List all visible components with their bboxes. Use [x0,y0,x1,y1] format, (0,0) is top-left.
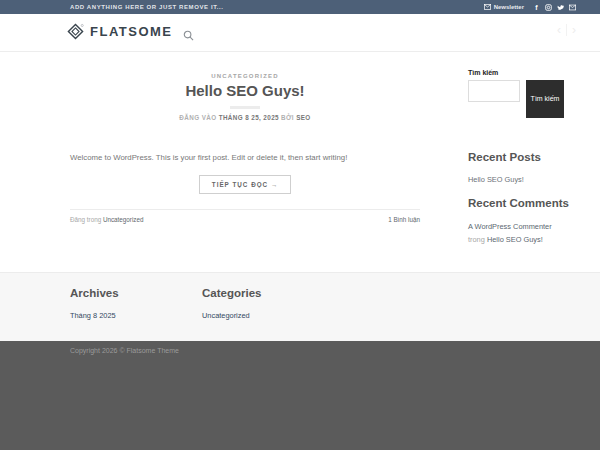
post-meta: ĐĂNG VÀO THÁNG 8 25, 2025 BỞI SEO [70,114,420,121]
footer-widgets: Archives Tháng 8 2025 Categories Uncateg… [0,272,600,341]
by-label: BỞI [281,114,294,121]
post-excerpt: Welcome to WordPress. This is your first… [70,152,420,164]
post-date: THÁNG 8 25, 2025 [219,114,279,121]
recent-posts-title: Recent Posts [468,151,578,163]
posted-in-label: Đăng trong [70,216,101,223]
sidebar: Tìm kiếm Tìm kiếm Recent Posts Hello SEO… [468,52,578,247]
newsletter-link[interactable]: Newsletter [484,4,524,10]
facebook-icon[interactable]: f [533,4,540,11]
post-title[interactable]: Hello SEO Guys! [70,82,420,99]
recent-comment-item: A WordPress Commenter trong Hello SEO Gu… [468,220,578,247]
pagination-divider [566,24,567,36]
copyright-text: Copyright 2026 © Flatsome Theme [70,347,179,354]
archive-link[interactable]: Tháng 8 2025 [70,311,119,320]
search-input[interactable] [468,80,520,102]
main-content: UNCATEGORIZED Hello SEO Guys! ĐĂNG VÀO T… [0,52,600,272]
page: ADD ANYTHING HERE OR JUST REMOVE IT... N… [0,0,600,450]
search-widget: Tìm kiếm [468,80,578,118]
email-icon[interactable] [569,4,576,11]
search-submit-button[interactable]: Tìm kiếm [526,80,564,118]
category-link[interactable]: Uncategorized [202,311,261,320]
readmore-wrap: TIẾP TỤC ĐỌC → [70,173,420,194]
comments-link[interactable]: 1 Bình luận [388,216,420,223]
header-pagination: ‹ › [557,24,576,36]
recent-comments-widget: Recent Comments A WordPress Commenter tr… [468,197,578,247]
title-divider [230,106,260,109]
footer-dark: Copyright 2026 © Flatsome Theme [0,341,600,450]
recent-posts-widget: Recent Posts Hello SEO Guys! [468,151,578,184]
site-logo[interactable]: FLATSOME [67,23,173,40]
categories-widget: Categories Uncategorized [202,273,261,320]
post-article: UNCATEGORIZED Hello SEO Guys! ĐĂNG VÀO T… [70,52,420,223]
post-footer-meta: Đăng trong Uncategorized 1 Bình luận [70,216,420,223]
posted-in-category-link[interactable]: Uncategorized [103,216,144,223]
comment-post-link[interactable]: Hello SEO Guys! [487,235,543,244]
categories-title: Categories [202,287,261,299]
social-links: f [533,4,576,11]
instagram-icon[interactable] [545,4,552,11]
comment-author-link[interactable]: A WordPress Commenter [468,222,552,231]
next-arrow-icon[interactable]: › [572,24,576,36]
archives-widget: Archives Tháng 8 2025 [70,273,119,320]
read-more-button[interactable]: TIẾP TỤC ĐỌC → [199,175,291,194]
search-widget-label: Tìm kiếm [468,69,578,76]
post-author[interactable]: SEO [296,114,311,121]
topbar-message: ADD ANYTHING HERE OR JUST REMOVE IT... [70,4,224,10]
prev-arrow-icon[interactable]: ‹ [557,24,561,36]
recent-post-link[interactable]: Hello SEO Guys! [468,175,578,184]
site-header: FLATSOME ‹ › [0,14,600,52]
twitter-icon[interactable] [557,4,564,11]
recent-comments-title: Recent Comments [468,197,578,209]
posted-on-label: ĐĂNG VÀO [179,114,216,121]
envelope-icon [484,4,491,10]
topbar: ADD ANYTHING HERE OR JUST REMOVE IT... N… [0,0,600,14]
logo-text: FLATSOME [90,24,173,39]
search-icon[interactable] [183,27,194,38]
newsletter-label: Newsletter [494,4,524,10]
topbar-right: Newsletter f [484,4,576,11]
flatsome-diamond-icon [67,23,84,40]
post-divider-line [70,209,420,210]
post-category-label[interactable]: UNCATEGORIZED [70,73,420,79]
comment-connector: trong [468,235,485,244]
archives-title: Archives [70,287,119,299]
posted-in: Đăng trong Uncategorized [70,216,144,223]
